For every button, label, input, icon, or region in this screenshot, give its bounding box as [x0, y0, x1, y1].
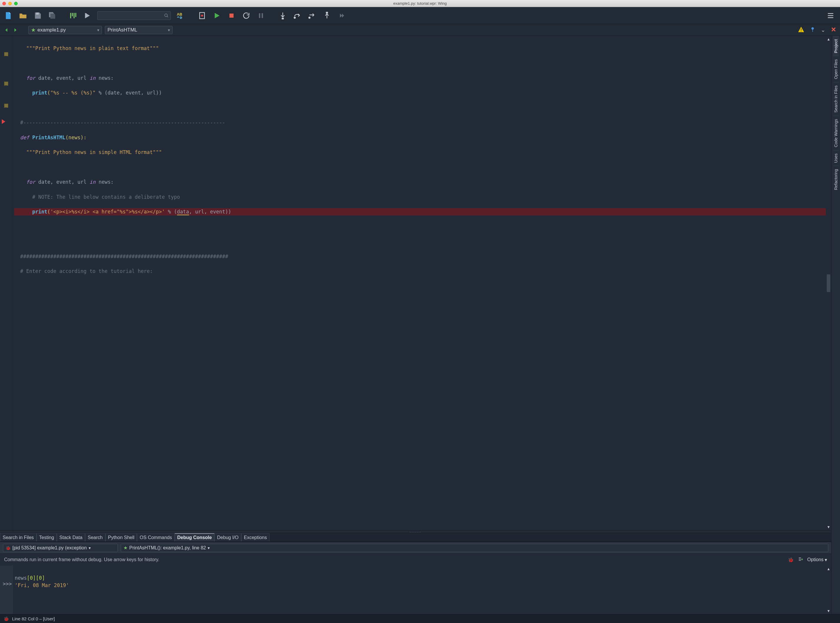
process-selector[interactable]: 🐞 [pid 53534] example1.py (exception ▾ — [3, 544, 118, 552]
scroll-down-icon[interactable]: ▼ — [827, 608, 829, 614]
editor-scrollbar[interactable]: ▲ ▼ — [826, 36, 831, 530]
chevron-down-icon: ▾ — [89, 546, 91, 550]
debug-console-toolbar: 🐞 [pid 53534] example1.py (exception ▾ ★… — [0, 542, 831, 554]
code-editor[interactable]: """Print Python news in plain text forma… — [0, 36, 831, 530]
window-title: example1.py: tutorial.wpr: Wing — [0, 1, 840, 6]
new-file-button[interactable] — [3, 10, 14, 21]
editor-nav-row: ★ example1.py ▾ PrintAsHTML ▾ ⌄ — [0, 24, 840, 36]
file-selector[interactable]: ★ example1.py ▾ — [28, 26, 102, 34]
search-icon — [164, 13, 169, 18]
symbol-selector-label: PrintAsHTML — [107, 27, 137, 33]
debug-console-info-text: Commands run in current frame without de… — [4, 557, 159, 562]
debug-stop-button[interactable] — [226, 10, 237, 21]
editor-gutter[interactable] — [0, 36, 12, 530]
more-tools-button[interactable] — [336, 10, 347, 21]
svg-rect-9 — [261, 13, 263, 18]
debug-console-output[interactable]: >>> news[0][0] 'Fri, 08 Mar 2019' ▲ ▼ — [0, 566, 831, 614]
chevron-down-icon: ▾ — [168, 28, 170, 32]
vtab-code-warnings[interactable]: Code Warnings — [833, 116, 839, 150]
bug-icon: 🐞 — [3, 616, 9, 621]
chevron-down-icon: ▾ — [208, 546, 210, 550]
svg-point-16 — [811, 28, 814, 30]
fold-marker[interactable] — [4, 104, 8, 108]
goto-definition-button[interactable] — [83, 10, 93, 21]
svg-rect-8 — [259, 13, 260, 18]
status-bar: 🐞 Line 82 Col 0 – [User] — [0, 614, 840, 623]
vtab-project[interactable]: Project — [833, 36, 839, 56]
scroll-down-icon[interactable]: ▼ — [827, 524, 829, 530]
svg-rect-7 — [229, 14, 233, 18]
step-over-button[interactable] — [292, 10, 303, 21]
traffic-lights — [2, 2, 18, 5]
options-menu[interactable]: Options ▾ — [807, 557, 827, 563]
bug-toggle-icon[interactable]: 🐞 — [788, 557, 794, 563]
console-scrollbar[interactable]: ▲ ▼ — [826, 566, 831, 614]
tab-debug-io[interactable]: Debug I/O — [214, 533, 241, 542]
step-out-button[interactable] — [322, 10, 332, 21]
debug-console-info: Commands run in current frame without de… — [0, 554, 831, 566]
debug-pause-button[interactable] — [256, 10, 266, 21]
svg-text:AB: AB — [177, 12, 182, 17]
tab-testing[interactable]: Testing — [37, 533, 57, 542]
symbol-selector[interactable]: PrintAsHTML ▾ — [105, 26, 173, 34]
tab-debug-console[interactable]: Debug Console — [175, 533, 214, 542]
scroll-up-icon[interactable]: ▲ — [827, 566, 829, 571]
svg-point-1 — [85, 13, 87, 14]
vtab-refactoring[interactable]: Refactoring — [833, 166, 839, 193]
code-content[interactable]: """Print Python news in plain text forma… — [12, 36, 826, 530]
main-toolbar: AB — [0, 7, 840, 24]
replace-button[interactable]: AB — [175, 10, 186, 21]
minimize-window-button[interactable] — [8, 2, 12, 5]
debug-restart-button[interactable] — [241, 10, 252, 21]
tab-exceptions[interactable]: Exceptions — [241, 533, 269, 542]
svg-rect-0 — [36, 12, 38, 14]
vtab-uses[interactable]: Uses — [833, 150, 839, 166]
svg-point-12 — [309, 17, 310, 18]
scroll-up-icon[interactable]: ▲ — [827, 37, 829, 42]
tab-search-in-files[interactable]: Search in Files — [0, 533, 37, 542]
warning-icon[interactable] — [798, 26, 805, 34]
toolbar-search-box[interactable] — [97, 11, 171, 20]
close-editor-button[interactable] — [831, 26, 837, 33]
fold-marker[interactable] — [4, 52, 8, 56]
svg-rect-13 — [326, 12, 328, 13]
svg-rect-15 — [801, 31, 802, 32]
nav-forward-button[interactable] — [12, 27, 18, 33]
add-watch-icon[interactable] — [798, 557, 803, 563]
console-prompt: >>> — [0, 580, 12, 588]
star-icon: ★ — [123, 545, 127, 551]
step-into-button[interactable] — [278, 10, 288, 21]
tab-python-shell[interactable]: Python Shell — [106, 533, 137, 542]
close-window-button[interactable] — [2, 2, 6, 5]
frame-selector-label: PrintAsHTML(): example1.py, line 82 — [129, 545, 206, 551]
vtab-open-files[interactable]: Open Files — [833, 56, 839, 82]
save-button[interactable] — [32, 10, 43, 21]
frame-selector[interactable]: ★ PrintAsHTML(): example1.py, line 82 ▾ — [121, 544, 828, 552]
save-all-button[interactable] — [47, 10, 58, 21]
svg-point-2 — [164, 14, 167, 17]
debug-run-button[interactable] — [212, 10, 222, 21]
pin-icon[interactable] — [810, 26, 815, 33]
bug-icon: 🐞 — [6, 546, 11, 550]
fold-marker[interactable] — [4, 81, 8, 86]
step-over-instruction-button[interactable] — [307, 10, 318, 21]
tab-os-commands[interactable]: OS Commands — [137, 533, 174, 542]
tab-stack-data[interactable]: Stack Data — [57, 533, 85, 542]
set-breakpoint-button[interactable] — [197, 10, 207, 21]
tab-search[interactable]: Search — [85, 533, 106, 542]
menu-button[interactable] — [825, 10, 836, 21]
svg-rect-17 — [812, 29, 813, 32]
window-titlebar: example1.py: tutorial.wpr: Wing — [0, 0, 840, 7]
horizontal-splitter[interactable]: ┄┄┄┄┄ — [0, 530, 831, 533]
toolbar-search-input[interactable] — [99, 13, 164, 18]
nav-back-button[interactable] — [3, 27, 9, 33]
vtab-search-in-files[interactable]: Search in Files — [833, 82, 839, 116]
console-prompt-column: >>> — [0, 566, 13, 614]
maximize-window-button[interactable] — [14, 2, 18, 5]
svg-rect-14 — [801, 29, 802, 30]
collapse-icon[interactable]: ⌄ — [821, 27, 825, 33]
open-file-button[interactable] — [18, 10, 28, 21]
star-icon: ★ — [31, 27, 35, 33]
indentation-button[interactable] — [68, 10, 78, 21]
breakpoint-marker[interactable] — [2, 119, 5, 124]
